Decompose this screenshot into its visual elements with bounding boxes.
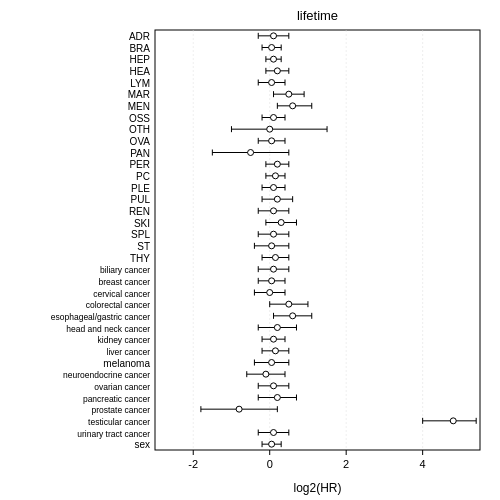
svg-point-21	[269, 45, 275, 51]
svg-point-37	[286, 91, 292, 97]
y-label: testicular cancer	[88, 417, 150, 427]
y-label: HEP	[129, 54, 150, 65]
y-label: biliary cancer	[100, 265, 150, 275]
y-label: REN	[129, 206, 150, 217]
svg-point-93	[272, 255, 278, 261]
chart-title: lifetime	[297, 8, 338, 23]
svg-point-61	[274, 161, 280, 167]
y-label: PLE	[131, 183, 150, 194]
svg-point-105	[267, 290, 273, 296]
y-label: esophageal/gastric cancer	[51, 312, 150, 322]
svg-point-33	[269, 80, 275, 86]
y-label: prostate cancer	[91, 405, 150, 415]
y-label: ST	[137, 241, 150, 252]
y-label: PER	[129, 159, 150, 170]
y-label: liver cancer	[107, 347, 151, 357]
svg-point-53	[269, 138, 275, 144]
y-label: LYM	[130, 78, 150, 89]
svg-point-149	[450, 418, 456, 424]
svg-point-41	[290, 103, 296, 109]
y-label: PC	[136, 171, 150, 182]
svg-point-157	[269, 441, 275, 447]
svg-point-73	[274, 196, 280, 202]
svg-text:4: 4	[420, 458, 426, 470]
svg-point-113	[290, 313, 296, 319]
svg-text:2: 2	[343, 458, 349, 470]
svg-point-77	[271, 208, 277, 214]
x-axis-label: log2(HR)	[293, 481, 341, 495]
chart-container: lifetime-2024log2(HR)ADRBRAHEPHEALYMMARM…	[0, 0, 500, 500]
y-label: HEA	[129, 66, 150, 77]
y-label: SKI	[134, 218, 150, 229]
svg-point-57	[248, 150, 254, 156]
y-label: PAN	[130, 148, 150, 159]
svg-point-121	[271, 336, 277, 342]
y-label: kidney cancer	[98, 335, 151, 345]
y-label: OSS	[129, 113, 150, 124]
svg-point-125	[272, 348, 278, 354]
svg-point-117	[274, 325, 280, 331]
svg-point-129	[269, 360, 275, 366]
y-label: THY	[130, 253, 150, 264]
svg-point-153	[271, 430, 277, 436]
y-label: ovarian cancer	[94, 382, 150, 392]
svg-text:-2: -2	[188, 458, 198, 470]
svg-point-45	[271, 115, 277, 121]
scatter-plot: lifetime-2024log2(HR)ADRBRAHEPHEALYMMARM…	[0, 0, 500, 500]
svg-point-141	[274, 395, 280, 401]
y-label: MAR	[128, 89, 150, 100]
svg-point-69	[271, 185, 277, 191]
svg-point-85	[271, 231, 277, 237]
y-label: breast cancer	[99, 277, 151, 287]
svg-point-25	[271, 56, 277, 62]
y-label: melanoma	[103, 358, 150, 369]
y-label: pancreatic cancer	[83, 394, 150, 404]
y-label: neuroendocrine cancer	[63, 370, 150, 380]
svg-point-81	[278, 220, 284, 226]
y-label: OVA	[130, 136, 151, 147]
y-label: colorectal cancer	[86, 300, 150, 310]
svg-point-101	[269, 278, 275, 284]
y-label: PUL	[131, 194, 151, 205]
svg-point-137	[271, 383, 277, 389]
svg-point-49	[267, 126, 273, 132]
svg-point-97	[271, 266, 277, 272]
svg-text:0: 0	[267, 458, 273, 470]
svg-point-89	[269, 243, 275, 249]
y-label: sex	[134, 439, 150, 450]
y-label: MEN	[128, 101, 150, 112]
y-label: SPL	[131, 229, 150, 240]
y-label: head and neck cancer	[66, 324, 150, 334]
svg-point-29	[274, 68, 280, 74]
y-label: BRA	[129, 43, 150, 54]
y-label: cervical cancer	[93, 289, 150, 299]
svg-rect-1	[155, 30, 480, 450]
svg-point-17	[271, 33, 277, 39]
svg-point-109	[286, 301, 292, 307]
y-label: OTH	[129, 124, 150, 135]
svg-point-133	[263, 371, 269, 377]
svg-point-65	[272, 173, 278, 179]
y-label: urinary tract cancer	[77, 429, 150, 439]
y-label: ADR	[129, 31, 150, 42]
svg-point-145	[236, 406, 242, 412]
